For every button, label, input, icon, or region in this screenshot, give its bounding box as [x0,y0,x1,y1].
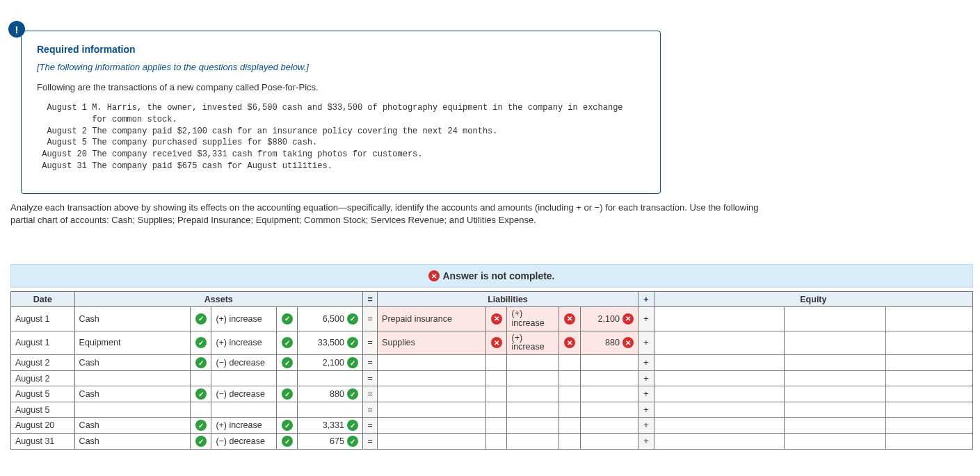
date-cell[interactable]: August 2 [11,371,75,386]
equity-account-cell[interactable] [654,331,784,355]
plus-cell: + [638,371,654,386]
liab-sign-mark [559,402,580,418]
asset-account-cell[interactable]: Cash [74,418,191,434]
asset-amount-cell[interactable] [298,371,363,386]
check-icon: ✓ [347,420,358,431]
equity-amount-cell[interactable] [885,331,972,355]
equity-account-cell[interactable] [654,418,784,434]
liab-amount-cell[interactable] [580,402,638,418]
asset-amount-cell[interactable]: 675✓ [298,434,363,450]
instructions-text: Analyze each transaction above by showin… [10,202,782,227]
liab-account-cell[interactable] [378,386,486,402]
asset-account-cell[interactable]: Cash [74,355,191,371]
liab-amount-cell[interactable] [580,371,638,386]
equity-amount-cell[interactable] [885,418,972,434]
liab-sign-cell[interactable]: (+) increase [507,331,559,355]
date-cell[interactable]: August 5 [11,402,75,418]
equity-amount-cell[interactable] [885,355,972,371]
equity-amount-cell[interactable] [885,307,972,331]
liab-account-cell[interactable] [378,402,486,418]
equity-account-cell[interactable] [654,355,784,371]
liab-sign-cell[interactable]: (+) increase [507,307,559,331]
asset-amount-cell[interactable]: 3,331✓ [298,418,363,434]
equity-account-cell[interactable] [654,371,784,386]
liab-account-cell[interactable]: Supplies [378,331,486,355]
asset-account-cell[interactable]: Cash [74,307,191,331]
equity-sign-cell[interactable] [785,386,886,402]
liab-account-cell[interactable] [378,371,486,386]
date-cell[interactable]: August 1 [11,331,75,355]
asset-sign-cell[interactable]: (+) increase [211,307,277,331]
equity-account-cell[interactable] [654,402,784,418]
liab-account-cell[interactable] [378,355,486,371]
liab-account-cell[interactable]: Prepaid insurance [378,307,486,331]
liab-sign-cell[interactable] [507,434,559,450]
liab-sign-cell[interactable] [507,402,559,418]
check-icon: ✓ [282,313,293,325]
liab-account-cell[interactable] [378,434,486,450]
asset-amount-cell[interactable] [298,402,363,418]
asset-sign-cell[interactable] [211,371,277,386]
equity-sign-cell[interactable] [785,402,886,418]
date-cell[interactable]: August 20 [11,418,75,434]
date-cell[interactable]: August 31 [11,434,75,450]
equity-amount-cell[interactable] [885,402,972,418]
date-cell[interactable]: August 2 [11,355,75,371]
equity-amount-cell[interactable] [885,386,972,402]
equation-grid: Date Assets = Liabilities + Equity Augus… [10,291,973,450]
equity-sign-cell[interactable] [785,355,886,371]
asset-sign-cell[interactable]: (+) increase [211,331,277,355]
liab-sign-cell[interactable] [507,371,559,386]
liab-account-cell[interactable] [378,418,486,434]
equity-sign-cell[interactable] [785,331,886,355]
asset-account-mark: ✓ [191,331,211,355]
asset-account-cell[interactable]: Equipment [74,331,191,355]
asset-account-cell[interactable] [74,402,191,418]
asset-amount-cell[interactable]: 6,500✓ [298,307,363,331]
date-cell[interactable]: August 5 [11,386,75,402]
liab-amount-cell[interactable]: 880✕ [580,331,638,355]
asset-sign-cell[interactable] [211,402,277,418]
equity-amount-cell[interactable] [885,434,972,450]
liab-account-mark [486,418,507,434]
equity-account-cell[interactable] [654,434,784,450]
asset-amount-cell[interactable]: 880✓ [298,386,363,402]
equity-account-cell[interactable] [654,307,784,331]
liab-amount-cell[interactable]: 2,100✕ [580,307,638,331]
equity-amount-cell[interactable] [885,371,972,386]
asset-sign-cell[interactable]: (−) decrease [211,355,277,371]
asset-account-cell[interactable]: Cash [74,434,191,450]
asset-sign-cell[interactable]: (+) increase [211,418,277,434]
equity-sign-cell[interactable] [785,371,886,386]
asset-account-cell[interactable]: Cash [74,386,191,402]
x-icon: ✕ [622,313,634,325]
equals-cell: = [362,331,377,355]
liab-amount-cell[interactable] [580,434,638,450]
x-icon: ✕ [491,313,502,325]
liab-sign-mark [559,418,580,434]
asset-account-cell[interactable] [74,371,191,386]
liab-sign-cell[interactable] [507,355,559,371]
hdr-eq: = [362,292,377,307]
check-icon: ✓ [282,436,293,447]
liab-sign-mark [559,371,580,386]
liab-amount-cell[interactable] [580,418,638,434]
liab-amount-cell[interactable] [580,386,638,402]
asset-amount-cell[interactable]: 2,100✓ [298,355,363,371]
liab-amount-cell[interactable] [580,355,638,371]
liab-sign-cell[interactable] [507,386,559,402]
equity-sign-cell[interactable] [785,307,886,331]
plus-cell: + [638,434,654,450]
equals-cell: = [362,307,377,331]
date-cell[interactable]: August 1 [11,307,75,331]
asset-sign-cell[interactable]: (−) decrease [211,386,277,402]
liab-sign-mark: ✕ [559,307,580,331]
liab-account-mark: ✕ [486,307,507,331]
asset-amount-cell[interactable]: 33,500✓ [298,331,363,355]
liab-sign-cell[interactable] [507,418,559,434]
equity-sign-cell[interactable] [785,418,886,434]
check-icon: ✓ [347,337,358,348]
equity-sign-cell[interactable] [785,434,886,450]
equity-account-cell[interactable] [654,386,784,402]
asset-sign-cell[interactable]: (−) decrease [211,434,277,450]
